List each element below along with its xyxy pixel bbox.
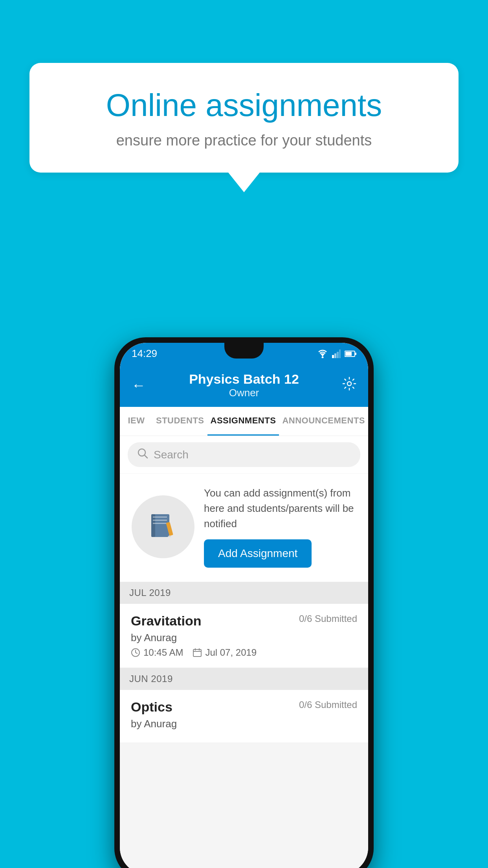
back-button[interactable]: ←	[132, 377, 146, 394]
assignment-by-gravitation: by Anurag	[131, 632, 357, 644]
header-subtitle: Owner	[189, 387, 299, 399]
tab-students[interactable]: STUDENTS	[153, 407, 207, 436]
assignment-icon-circle	[132, 495, 194, 558]
month-separator-jul: JUL 2019	[120, 582, 368, 604]
svg-rect-2	[332, 355, 334, 358]
svg-rect-4	[337, 352, 339, 358]
tab-iew[interactable]: IEW	[120, 407, 153, 436]
tab-announcements[interactable]: ANNOUNCEMENTS	[279, 407, 368, 436]
notebook-icon	[147, 511, 179, 542]
svg-line-11	[145, 455, 147, 458]
assignment-name-gravitation: Gravitation	[131, 613, 201, 629]
bubble-subtitle: ensure more practice for your students	[57, 132, 431, 149]
phone-frame: 14:29	[114, 337, 374, 868]
add-assignment-section: You can add assignment(s) from here and …	[120, 474, 368, 582]
assignment-item-gravitation[interactable]: Gravitation 0/6 Submitted by Anurag 10:4…	[120, 604, 368, 668]
assignment-info-text: You can add assignment(s) from here and …	[204, 485, 356, 531]
battery-icon	[345, 350, 356, 357]
svg-rect-20	[193, 649, 201, 657]
svg-rect-5	[339, 349, 341, 358]
calendar-icon	[193, 648, 202, 657]
time-text-gravitation: 10:45 AM	[143, 647, 183, 658]
svg-point-1	[322, 356, 324, 358]
assignment-info: You can add assignment(s) from here and …	[204, 485, 356, 568]
assignment-meta-gravitation: 10:45 AM Jul 07, 2019	[131, 647, 357, 658]
assignment-name-optics: Optics	[131, 699, 172, 715]
clock-icon	[131, 648, 140, 657]
assignment-submitted-gravitation: 0/6 Submitted	[299, 613, 357, 624]
header-title: Physics Batch 12	[189, 371, 299, 387]
assignment-submitted-optics: 0/6 Submitted	[299, 699, 357, 710]
assignment-time-gravitation: 10:45 AM	[131, 647, 183, 658]
svg-rect-15	[153, 520, 167, 521]
svg-rect-7	[345, 352, 352, 356]
svg-rect-16	[153, 523, 167, 524]
status-time: 14:29	[132, 348, 157, 360]
search-icon	[137, 448, 148, 462]
bubble-title: Online assignments	[57, 86, 431, 124]
svg-rect-13	[151, 514, 155, 537]
status-bar: 14:29	[120, 343, 368, 364]
wifi-icon	[317, 349, 328, 358]
header-title-block: Physics Batch 12 Owner	[189, 371, 299, 399]
svg-rect-3	[334, 353, 336, 358]
assignment-by-optics: by Anurag	[131, 718, 357, 730]
tabs-bar: IEW STUDENTS ASSIGNMENTS ANNOUNCEMENTS	[120, 407, 368, 436]
svg-rect-8	[355, 353, 356, 355]
svg-rect-14	[153, 517, 167, 518]
signal-icon	[332, 349, 341, 358]
speech-bubble-arrow	[228, 173, 260, 192]
assignment-item-optics[interactable]: Optics 0/6 Submitted by Anurag	[120, 690, 368, 743]
svg-point-9	[347, 382, 351, 386]
app-header: ← Physics Batch 12 Owner	[120, 364, 368, 407]
settings-button[interactable]	[342, 377, 356, 394]
search-input[interactable]: Search	[154, 449, 189, 461]
content-area: Search	[120, 436, 368, 868]
notch	[224, 343, 264, 359]
assignment-date-gravitation: Jul 07, 2019	[193, 647, 257, 658]
speech-bubble: Online assignments ensure more practice …	[29, 63, 459, 173]
date-text-gravitation: Jul 07, 2019	[205, 647, 257, 658]
search-bar[interactable]: Search	[128, 442, 360, 467]
search-bar-container: Search	[120, 436, 368, 473]
month-separator-jun: JUN 2019	[120, 668, 368, 690]
assignment-item-top-optics: Optics 0/6 Submitted	[131, 699, 357, 715]
speech-bubble-container: Online assignments ensure more practice …	[29, 63, 459, 192]
assignment-item-top: Gravitation 0/6 Submitted	[131, 613, 357, 629]
tab-assignments[interactable]: ASSIGNMENTS	[207, 407, 279, 436]
add-assignment-button[interactable]: Add Assignment	[204, 539, 312, 568]
status-icons	[317, 349, 356, 358]
svg-marker-0	[320, 353, 325, 357]
phone-screen: 14:29	[120, 343, 368, 868]
